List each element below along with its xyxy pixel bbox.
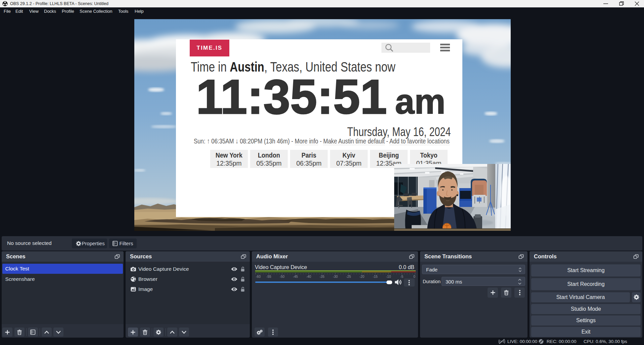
svg-text:-5: -5: [400, 275, 403, 278]
svg-text:-55: -55: [266, 275, 271, 278]
svg-text:-40: -40: [306, 275, 311, 278]
svg-text:-35: -35: [320, 275, 325, 278]
svg-text:-50: -50: [280, 275, 285, 278]
svg-text:-10: -10: [386, 275, 391, 278]
svg-text:-15: -15: [373, 275, 378, 278]
svg-text:-45: -45: [293, 275, 298, 278]
svg-text:-25: -25: [346, 275, 351, 278]
svg-text:-20: -20: [360, 275, 365, 278]
svg-text:-60: -60: [256, 275, 261, 278]
svg-text:0: 0: [413, 275, 415, 278]
svg-text:-30: -30: [333, 275, 338, 278]
